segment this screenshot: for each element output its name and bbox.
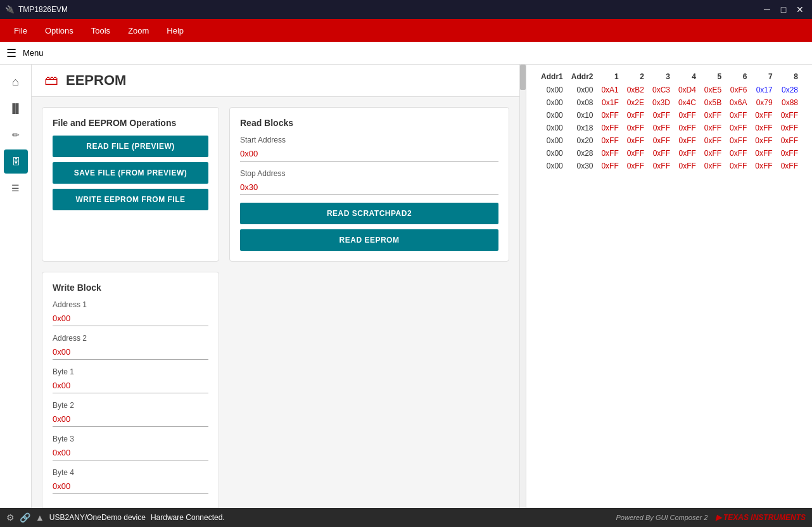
cell-2: 0xFF	[623, 122, 648, 134]
read-scratchpad2-button[interactable]: READ SCRATCHPAD2	[240, 203, 498, 224]
address1-label: Address 1	[53, 300, 208, 309]
cell-addr1: 0x00	[536, 96, 567, 109]
address2-label: Address 2	[53, 334, 208, 343]
cell-1: 0xFF	[597, 109, 623, 122]
cell-1: 0xFF	[597, 134, 623, 147]
cell-6: 0xFF	[725, 160, 751, 172]
cell-addr2: 0x00	[567, 84, 597, 96]
save-file-button[interactable]: SAVE FILE (FROM PREVIEW)	[53, 162, 208, 184]
cell-6: 0xFF	[725, 109, 751, 122]
stop-address-label: Stop Address	[240, 169, 498, 178]
status-icon-link[interactable]: 🔗	[20, 512, 30, 523]
cell-2: 0xFF	[623, 160, 648, 172]
sidebar-item-edit[interactable]: ✏	[4, 123, 28, 147]
menu-zoom[interactable]: Zoom	[119, 23, 158, 38]
col-8: 8	[777, 70, 802, 84]
cell-5: 0xFF	[700, 134, 725, 147]
table-row: 0x000x200xFF0xFF0xFF0xFF0xFF0xFF0xFF0xFF	[536, 134, 802, 147]
cell-2: 0xB2	[623, 84, 648, 96]
menu-label: Menu	[23, 48, 44, 58]
menu-file[interactable]: File	[5, 23, 36, 38]
cell-addr1: 0x00	[536, 84, 567, 96]
sidebar-item-chart[interactable]: ▐▌	[4, 96, 28, 120]
table-row: 0x000x100xFF0xFF0xFF0xFF0xFF0xFF0xFF0xFF	[536, 109, 802, 122]
cell-1: 0xFF	[597, 147, 623, 160]
menu-options[interactable]: Options	[36, 23, 82, 38]
cell-4: 0xFF	[674, 147, 700, 160]
cell-6: 0xFF	[725, 134, 751, 147]
cell-4: 0x4C	[674, 96, 700, 109]
table-row: 0x000x280xFF0xFF0xFF0xFF0xFF0xFF0xFF0xFF	[536, 147, 802, 160]
table-row: 0x000x180xFF0xFF0xFF0xFF0xFF0xFF0xFF0xFF	[536, 122, 802, 134]
cell-addr1: 0x00	[536, 147, 567, 160]
cell-7: 0xFF	[751, 109, 776, 122]
panel-scroll-thumb[interactable]	[520, 65, 526, 90]
cell-7: 0xFF	[751, 147, 776, 160]
window-controls: ─ □ ✕	[760, 3, 807, 16]
byte2-input[interactable]	[53, 412, 208, 427]
byte3-input[interactable]	[53, 445, 208, 460]
cell-1: 0xFF	[597, 160, 623, 172]
cell-3: 0xFF	[648, 160, 674, 172]
status-right: Powered By GUI Composer 2 ▶ TEXAS INSTRU…	[616, 513, 806, 522]
status-left: ⚙ 🔗 ▲ USB2ANY/OneDemo device Hardware Co…	[6, 512, 225, 523]
stop-address-input[interactable]	[240, 180, 498, 195]
start-address-input[interactable]	[240, 146, 498, 162]
app-title: TMP1826EVM	[18, 5, 68, 14]
title-bar: 🔌 TMP1826EVM ─ □ ✕	[0, 0, 812, 19]
byte4-input[interactable]	[53, 479, 208, 494]
data-table: Addr1 Addr2 1 2 3 4 5 6 7 8 0	[536, 70, 802, 172]
sidebar-item-home[interactable]: ⌂	[4, 70, 28, 94]
right-panel: Addr1 Addr2 1 2 3 4 5 6 7 8 0	[526, 65, 812, 508]
byte1-input[interactable]	[53, 378, 208, 393]
cell-7: 0x17	[751, 84, 776, 96]
cell-7: 0xFF	[751, 122, 776, 134]
address2-input[interactable]	[53, 345, 208, 360]
top-row: File and EEPROM Operations READ FILE (PR…	[42, 107, 509, 262]
close-button[interactable]: ✕	[793, 3, 807, 16]
cell-3: 0xFF	[648, 122, 674, 134]
minimize-button[interactable]: ─	[760, 3, 774, 16]
cell-3: 0xC3	[648, 84, 674, 96]
cell-addr2: 0x08	[567, 96, 597, 109]
byte2-label: Byte 2	[53, 401, 208, 410]
menu-tools[interactable]: Tools	[82, 23, 119, 38]
address1-input[interactable]	[53, 311, 208, 326]
ti-logo: ▶ TEXAS INSTRUMENTS	[716, 513, 806, 522]
write-eeprom-button[interactable]: WRITE EEPROM FROM FILE	[53, 189, 208, 210]
table-header-row: Addr1 Addr2 1 2 3 4 5 6 7 8	[536, 70, 802, 84]
col-6: 6	[725, 70, 751, 84]
cell-addr2: 0x28	[567, 147, 597, 160]
status-bar: ⚙ 🔗 ▲ USB2ANY/OneDemo device Hardware Co…	[0, 508, 812, 527]
page-title: EEPROM	[66, 72, 126, 89]
cell-6: 0x6A	[725, 96, 751, 109]
status-icon-gear[interactable]: ⚙	[6, 512, 15, 523]
cell-4: 0xFF	[674, 160, 700, 172]
write-card-title: Write Block	[53, 283, 208, 293]
menu-help[interactable]: Help	[158, 23, 193, 38]
read-eeprom-button[interactable]: READ EEPROM	[240, 229, 498, 251]
hamburger-button[interactable]: ☰	[6, 46, 16, 60]
cell-3: 0x3D	[648, 96, 674, 109]
col-4: 4	[674, 70, 700, 84]
cell-8: 0x88	[777, 96, 802, 109]
read-file-button[interactable]: READ FILE (PREVIEW)	[53, 136, 208, 157]
col-1: 1	[597, 70, 623, 84]
col-2: 2	[623, 70, 648, 84]
sidebar: ⌂ ▐▌ ✏ 🗄 ☰	[0, 65, 32, 508]
panel-scrollbar[interactable]	[519, 65, 526, 508]
content-area: 🗃 EEPROM File and EEPROM Operations READ…	[32, 65, 812, 508]
cell-8: 0xFF	[777, 122, 802, 134]
cell-8: 0xFF	[777, 109, 802, 122]
cell-1: 0xFF	[597, 122, 623, 134]
powered-by: Powered By GUI Composer 2	[616, 514, 708, 521]
col-3: 3	[648, 70, 674, 84]
file-eeprom-card: File and EEPROM Operations READ FILE (PR…	[42, 107, 219, 262]
maximize-button[interactable]: □	[777, 3, 790, 16]
cell-3: 0xFF	[648, 134, 674, 147]
cell-3: 0xFF	[648, 147, 674, 160]
sidebar-item-list[interactable]: ☰	[4, 176, 28, 200]
byte4-label: Byte 4	[53, 468, 208, 477]
sidebar-item-database[interactable]: 🗄	[4, 149, 28, 174]
status-icon-up[interactable]: ▲	[35, 512, 44, 523]
